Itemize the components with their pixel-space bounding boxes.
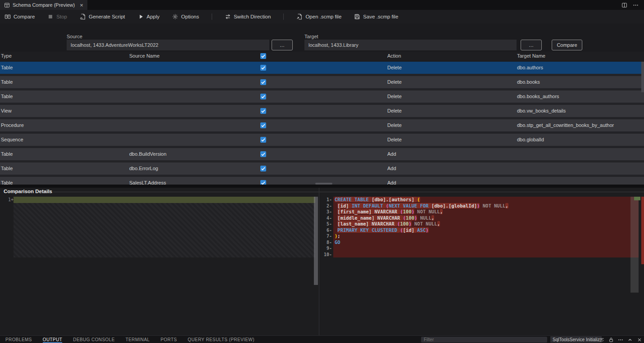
select-all-checkbox[interactable] [260,53,266,59]
code-line: 10- [320,252,644,258]
clear-output-icon[interactable] [599,337,604,343]
apply-button[interactable]: Apply [138,14,160,20]
row-include-checkbox[interactable] [260,151,266,157]
table-row[interactable]: TableDeletedbo.authors [0,62,644,74]
row-action: Delete [387,65,402,70]
table-row[interactable]: TableDeletedbo.books_authors [0,90,644,103]
editor-more-actions-icon[interactable] [633,2,639,8]
row-action: Add [387,166,396,171]
switch-direction-icon [225,14,231,20]
compare-action-button[interactable]: Compare [552,40,582,50]
row-include-checkbox[interactable] [260,166,266,172]
panel-tab-terminal[interactable]: TERMINAL [126,337,150,342]
row-action: Delete [387,94,402,99]
line-number: 3- [320,209,333,215]
row-include-checkbox[interactable] [260,122,266,128]
row-action: Delete [387,137,402,142]
table-row[interactable]: ProcedureDeletedbo.stp_get_all_cowritten… [0,119,644,131]
panel-divider [0,185,644,188]
lock-scroll-icon[interactable] [608,337,614,343]
compare-button[interactable]: Compare [5,14,35,20]
source-input[interactable] [67,40,269,50]
row-target-name: dbo.globalId [517,137,544,142]
source-line-gutter: 1+ [5,197,14,203]
column-source-name[interactable]: Source Name [129,53,159,59]
row-include-checkbox[interactable] [260,108,266,114]
row-target-name: dbo.books [517,79,540,85]
toolbar-separator [283,14,284,20]
source-editor-scrollbar[interactable] [314,197,318,285]
grid-scrollbar[interactable] [641,62,644,92]
row-target-name: dbo.books_authors [517,94,559,99]
save-scmp-file-button[interactable]: Save .scmp file [354,14,398,20]
code-line: 7-); [320,233,644,239]
table-row[interactable]: Tabledbo.ErrorLogAdd [0,162,644,175]
tab-schema-compare[interactable]: Schema Compare (Preview) × [0,0,87,10]
row-action: Add [387,151,396,157]
row-type: Sequence [1,137,23,142]
switch-direction-button[interactable]: Switch Direction [225,14,271,20]
row-target-name: dbo.stp_get_all_cowritten_books_by_autho… [517,122,614,128]
table-row[interactable]: ViewDeletedbo.vw_books_details [0,105,644,117]
line-number: 10- [320,252,333,258]
code-line: 2- [id] INT DEFAULT (NEXT VALUE FOR [dbo… [320,203,644,209]
maximize-panel-icon[interactable] [627,337,633,343]
output-channel-value: SqlToolsService Initializ [553,337,600,342]
panel-more-actions-icon[interactable] [618,337,623,343]
stop-button: Stop [47,14,67,20]
connection-form: Source … Target … Compare [0,23,644,52]
sql-code-block: 1-CREATE TABLE [dbo].[authors] (2- [id] … [320,197,644,257]
target-browse-button[interactable]: … [521,40,542,50]
comparison-grid: TableDeletedbo.authorsTableDeletedbo.boo… [0,62,644,185]
row-type: Procedure [1,122,24,128]
output-filter-input[interactable] [421,337,547,343]
tab-title: Schema Compare (Preview) [13,2,75,8]
tab-close-icon[interactable]: × [80,2,83,8]
target-input[interactable] [304,40,517,50]
table-row[interactable]: TableDeletedbo.books [0,76,644,88]
row-type: Table [1,166,13,171]
details-rule [53,192,644,192]
line-number: 6- [320,227,333,234]
gear-icon [172,14,178,20]
code-line: 4- [middle_name] NVARCHAR (100) NULL, [320,215,644,221]
panel-tab-problems[interactable]: PROBLEMS [5,337,32,342]
generate-script-button[interactable]: Generate Script [80,14,125,20]
table-row[interactable]: SequenceDeletedbo.globalId [0,134,644,146]
table-row[interactable]: Tabledbo.BuildVersionAdd [0,148,644,160]
panel-tab-ports[interactable]: PORTS [161,337,177,342]
play-icon [138,14,144,20]
diff-added-line [14,197,315,203]
editor-split-sash[interactable] [319,188,319,335]
comparison-details-panel: Comparison Details 1+ 1-CREATE TABLE [db… [0,188,644,335]
target-editor-scrollbar[interactable] [630,197,639,293]
code-line: 1-CREATE TABLE [dbo].[authors] ( [320,197,644,203]
row-include-checkbox[interactable] [260,65,266,71]
options-button[interactable]: Options [172,14,199,20]
row-type: Table [1,94,13,99]
overview-ruler-delete-mark [641,197,644,264]
column-action[interactable]: Action [387,53,401,59]
close-panel-icon[interactable] [637,337,642,343]
line-number: 9- [320,245,333,252]
panel-tab-query-results-preview[interactable]: QUERY RESULTS (PREVIEW) [188,337,254,342]
column-type[interactable]: Type [1,53,12,59]
column-target-name[interactable]: Target Name [517,53,545,59]
row-source-name: dbo.ErrorLog [129,166,158,171]
code-line: 5- [last_name] NVARCHAR (100) NOT NULL, [320,221,644,227]
row-include-checkbox[interactable] [260,79,266,85]
panel-resize-handle[interactable] [315,183,332,185]
panel-tab-output[interactable]: OUTPUT [43,337,63,342]
panel-tabs: PROBLEMSOUTPUTDEBUG CONSOLETERMINALPORTS… [0,337,254,342]
source-browse-button[interactable]: … [272,40,293,50]
code-line: 8-GO [320,239,644,246]
row-target-name: dbo.authors [517,65,543,70]
row-include-checkbox[interactable] [260,137,266,143]
open-scmp-file-button[interactable]: Open .scmp file [296,14,341,20]
panel-tab-debug-console[interactable]: DEBUG CONSOLE [73,337,114,342]
source-label: Source [67,34,82,39]
split-editor-icon[interactable] [621,2,627,8]
output-channel-select[interactable]: SqlToolsService Initializ [550,336,602,343]
row-include-checkbox[interactable] [260,94,266,99]
toolbar-separator [212,14,212,20]
